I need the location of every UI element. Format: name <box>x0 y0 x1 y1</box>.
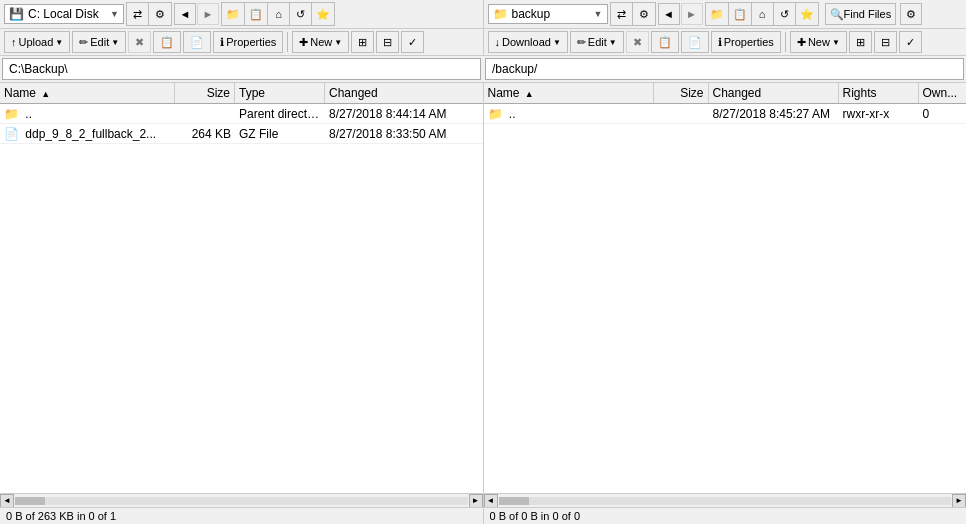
right-path-input[interactable] <box>485 58 964 80</box>
download-label: Download <box>502 36 551 48</box>
left-properties-label: Properties <box>226 36 276 48</box>
right-sort-arrow: ▲ <box>525 89 534 99</box>
right-drive-selector[interactable]: 📁 backup ▼ <box>488 4 608 24</box>
left-file-list: 📁 .. Parent directory 8/27/2018 8:44:14 … <box>0 104 483 493</box>
left-back-btn[interactable]: ◄ <box>174 3 196 25</box>
left-properties-btn[interactable]: ℹ Properties <box>213 31 283 53</box>
right-refresh-btn[interactable]: ↺ <box>774 3 796 25</box>
right-properties-btn[interactable]: ℹ Properties <box>711 31 781 53</box>
left-extra2-btn[interactable]: 📄 <box>183 31 211 53</box>
right-delete-btn[interactable]: ✖ <box>626 31 649 53</box>
left-header-name[interactable]: Name ▲ <box>0 83 175 103</box>
upload-dropdown-arrow: ▼ <box>55 38 63 47</box>
left-forward-btn[interactable]: ► <box>197 3 219 25</box>
right-new-btn[interactable]: ✚ New ▼ <box>790 31 847 53</box>
left-drive-label: C: Local Disk <box>28 7 99 21</box>
left-new-folder-btn[interactable]: 📁 <box>222 3 245 25</box>
right-nav-arrows: ◄ ► <box>658 3 703 25</box>
left-header-size[interactable]: Size <box>175 83 235 103</box>
right-scroll-track[interactable] <box>499 497 952 505</box>
left-header-type[interactable]: Type <box>235 83 325 103</box>
left-delete-btn[interactable]: ✖ <box>128 31 151 53</box>
left-shrink-btn[interactable]: ⊟ <box>376 31 399 53</box>
right-new-folder-btn[interactable]: 📁 <box>706 3 729 25</box>
right-header-rights[interactable]: Rights <box>839 83 919 103</box>
path-bar-row <box>0 56 966 83</box>
left-sync-btn[interactable]: ⇄ <box>127 3 149 25</box>
right-header-changed[interactable]: Changed <box>709 83 839 103</box>
left-sort-arrow: ▲ <box>41 89 50 99</box>
left-settings-btn[interactable]: ⚙ <box>149 3 171 25</box>
right-forward-btn[interactable]: ► <box>681 3 703 25</box>
left-copy-folder-btn[interactable]: 📋 <box>245 3 268 25</box>
right-header-owner[interactable]: Own... <box>919 83 967 103</box>
left-status: 0 B of 263 KB in 0 of 1 <box>0 508 484 524</box>
right-back-btn[interactable]: ◄ <box>658 3 680 25</box>
right-sync-btn[interactable]: ⇄ <box>611 3 633 25</box>
right-scroll-thumb[interactable] <box>499 497 529 505</box>
left-extra1-btn[interactable]: 📋 <box>153 31 181 53</box>
extra-btn[interactable]: ⚙ <box>900 3 922 25</box>
right-action-toolbar: ↓ Download ▼ ✏ Edit ▼ ✖ 📋 📄 ℹ Properties <box>484 29 967 55</box>
left-file-size-parent <box>175 113 235 115</box>
right-scroll-right[interactable]: ► <box>952 494 966 508</box>
right-file-row-parent[interactable]: 📁 .. 8/27/2018 8:45:27 AM rwxr-xr-x 0 <box>484 104 967 124</box>
download-dropdown-arrow: ▼ <box>553 38 561 47</box>
left-resize-btn[interactable]: ⊞ <box>351 31 374 53</box>
left-new-label: New <box>310 36 332 48</box>
right-header-name[interactable]: Name ▲ <box>484 83 654 103</box>
left-properties-icon: ℹ <box>220 36 224 49</box>
left-new-icon: ✚ <box>299 36 308 49</box>
right-resize-icon: ⊞ <box>856 36 865 49</box>
left-edit-dropdown-arrow: ▼ <box>111 38 119 47</box>
left-file-row-1[interactable]: 📄 ddp_9_8_2_fullback_2... 264 KB GZ File… <box>0 124 483 144</box>
left-drive-selector[interactable]: 💾 C: Local Disk ▼ <box>4 4 124 24</box>
right-check-btn[interactable]: ✓ <box>899 31 922 53</box>
left-scroll-left[interactable]: ◄ <box>0 494 14 508</box>
right-bookmark-btn[interactable]: ⭐ <box>796 3 818 25</box>
left-scroll-right[interactable]: ► <box>469 494 483 508</box>
right-copy-folder-btn[interactable]: 📋 <box>729 3 752 25</box>
right-edit-btn[interactable]: ✏ Edit ▼ <box>570 31 624 53</box>
right-shrink-btn[interactable]: ⊟ <box>874 31 897 53</box>
right-file-ops-group: ⇄ ⚙ <box>610 2 656 26</box>
right-resize-btn[interactable]: ⊞ <box>849 31 872 53</box>
left-file-changed-1: 8/27/2018 8:33:50 AM <box>325 126 455 142</box>
left-header-changed[interactable]: Changed <box>325 83 455 103</box>
left-check-btn[interactable]: ✓ <box>401 31 424 53</box>
upload-icon: ↑ <box>11 36 17 48</box>
left-extra1-icon: 📋 <box>160 36 174 49</box>
right-scrollbar-panel: ◄ ► <box>484 494 967 507</box>
left-delete-icon: ✖ <box>135 36 144 49</box>
left-resize-icon: ⊞ <box>358 36 367 49</box>
right-settings-btn[interactable]: ⚙ <box>633 3 655 25</box>
right-file-owner-parent: 0 <box>919 106 967 122</box>
left-path-input[interactable] <box>2 58 481 80</box>
download-btn[interactable]: ↓ Download ▼ <box>488 31 568 53</box>
left-bookmark-btn[interactable]: ⭐ <box>312 3 334 25</box>
right-extra2-btn[interactable]: 📄 <box>681 31 709 53</box>
right-drive-arrow: ▼ <box>594 9 603 19</box>
right-home-btn[interactable]: ⌂ <box>752 3 774 25</box>
right-new-label: New <box>808 36 830 48</box>
right-header-size[interactable]: Size <box>654 83 709 103</box>
left-edit-icon: ✏ <box>79 36 88 49</box>
right-scroll-left[interactable]: ◄ <box>484 494 498 508</box>
left-scroll-track[interactable] <box>15 497 468 505</box>
left-col-header: Name ▲ Size Type Changed <box>0 83 483 104</box>
left-edit-btn[interactable]: ✏ Edit ▼ <box>72 31 126 53</box>
right-properties-label: Properties <box>724 36 774 48</box>
find-files-btn[interactable]: 🔍 Find Files <box>825 3 897 25</box>
left-scroll-thumb[interactable] <box>15 497 45 505</box>
left-file-row-parent[interactable]: 📁 .. Parent directory 8/27/2018 8:44:14 … <box>0 104 483 124</box>
upload-btn[interactable]: ↑ Upload ▼ <box>4 31 70 53</box>
right-extra1-btn[interactable]: 📋 <box>651 31 679 53</box>
right-file-list: 📁 .. 8/27/2018 8:45:27 AM rwxr-xr-x 0 <box>484 104 967 493</box>
left-refresh-btn[interactable]: ↺ <box>290 3 312 25</box>
left-new-btn[interactable]: ✚ New ▼ <box>292 31 349 53</box>
right-delete-icon: ✖ <box>633 36 642 49</box>
right-edit-icon: ✏ <box>577 36 586 49</box>
left-status-text: 0 B of 263 KB in 0 of 1 <box>6 510 116 522</box>
left-file-ops-group: ⇄ ⚙ <box>126 2 172 26</box>
left-home-btn[interactable]: ⌂ <box>268 3 290 25</box>
